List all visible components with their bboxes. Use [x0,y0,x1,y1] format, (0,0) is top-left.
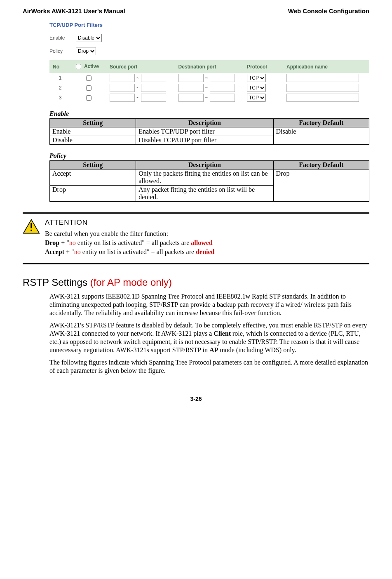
enable-settings-table: Setting Description Factory Default Enab… [49,118,369,145]
cell-default: Drop [273,169,369,202]
destination-port: ~ [175,93,244,103]
filter-row-no: 2 [49,83,71,93]
source-port-to-input[interactable] [141,74,166,82]
application-name-input[interactable] [286,84,359,92]
protocol-cell: TCP [244,83,283,93]
source-port-to-input[interactable] [141,94,166,102]
rstp-heading-red: (for AP mode only) [90,277,172,288]
cell-description: Only the packets fitting the entities on… [136,169,273,186]
filter-row-no: 3 [49,93,71,103]
tilde: ~ [205,95,208,101]
cell-setting: Drop [50,186,136,202]
source-port-from-input[interactable] [110,74,135,82]
tilde: ~ [136,85,139,91]
destination-port-to-input[interactable] [210,84,235,92]
protocol-select[interactable]: TCP [247,84,266,92]
active-checkbox[interactable] [86,75,92,81]
rstp-paragraph-1: AWK-3121 supports IEEE802.1D Spanning Tr… [49,292,369,317]
rstp-heading: RSTP Settings (for AP mode only) [23,277,369,288]
table-row: Enable Enables TCP/UDP port filter Disab… [50,127,369,136]
source-port: ~ [106,73,175,83]
rstp-p2-client: Client [214,330,231,337]
col-protocol: Protocol [244,60,283,73]
attention-box: ATTENTION Be careful when you enable the… [23,212,369,264]
rstp-heading-black: RSTP Settings [23,277,90,288]
app-name-cell [283,73,369,83]
port-filter-table: No Active Source port Destination port P… [49,60,369,103]
destination-port: ~ [175,73,244,83]
active-checkbox[interactable] [86,95,92,101]
svg-rect-1 [31,223,32,228]
attention-line-drop: Drop + "no entity on list is activated" … [45,239,214,247]
attention-line-accept: Accept + "no entity on list is activated… [45,248,214,256]
enable-label: Enable [49,35,70,41]
cell-description: Enables TCP/UDP port filter [136,127,273,136]
protocol-select[interactable]: TCP [247,74,266,82]
attention-plus2: + " [64,248,74,255]
attention-no-red2: no [74,248,81,255]
source-port-to-input[interactable] [141,84,166,92]
page-number: 3-26 [23,395,369,402]
attention-plus: + " [59,239,69,246]
filter-row: 1~~TCP [49,73,369,83]
active-master-checkbox[interactable] [76,64,81,69]
filter-row-no: 1 [49,73,71,83]
tilde: ~ [205,75,208,81]
destination-port-to-input[interactable] [210,94,235,102]
tilde: ~ [205,85,208,91]
cell-description: Any packet fitting the entities on list … [136,186,273,202]
enable-th-setting: Setting [50,119,136,127]
attention-title: ATTENTION [45,219,214,227]
attention-drop-rest: entity on list is activated" = all packe… [76,239,191,246]
rstp-p2-ap: AP [209,346,218,353]
rstp-paragraph-3: The following figures indicate which Spa… [49,358,369,375]
filter-row: 3~~TCP [49,93,369,103]
filter-row-active-cell [71,73,106,83]
tilde: ~ [136,95,139,101]
policy-th-description: Description [136,161,273,169]
protocol-select[interactable]: TCP [247,94,266,102]
col-active: Active [71,60,106,73]
col-app-name: Application name [283,60,369,73]
policy-settings-table: Setting Description Factory Default Acce… [49,160,369,202]
application-name-input[interactable] [286,74,359,82]
destination-port-from-input[interactable] [178,84,204,92]
destination-port-from-input[interactable] [178,94,204,102]
enable-select[interactable]: Disable [76,34,102,42]
filter-panel-title: TCP/UDP Port Filters [49,22,369,28]
rstp-paragraph-2: AWK-3121's STP/RSTP feature is disabled … [49,321,369,354]
tilde: ~ [136,75,139,81]
policy-th-default: Factory Default [273,161,369,169]
col-active-label: Active [84,64,99,69]
destination-port: ~ [175,83,244,93]
warning-icon [23,219,40,257]
cell-setting: Enable [50,127,136,136]
attention-no-red: no [69,239,76,246]
source-port: ~ [106,83,175,93]
policy-th-setting: Setting [50,161,136,169]
policy-label: Policy [49,48,70,54]
source-port-from-input[interactable] [110,94,135,102]
enable-th-default: Factory Default [273,119,369,127]
attention-allowed: allowed [191,239,212,246]
cell-default: Disable [273,127,369,145]
policy-select[interactable]: Drop [76,47,96,55]
col-source-port: Source port [106,60,175,73]
policy-table-caption: Policy [49,152,369,160]
filter-row: 2~~TCP [49,83,369,93]
attention-line-1: Be careful when you enable the filter fu… [45,230,214,238]
destination-port-from-input[interactable] [178,74,204,82]
col-no: No [49,60,71,73]
source-port-from-input[interactable] [110,84,135,92]
application-name-input[interactable] [286,94,359,102]
enable-table-caption: Enable [49,110,369,118]
filter-row-active-cell [71,93,106,103]
rstp-p2-c: mode (including WDS) only. [218,346,296,353]
attention-accept-bold: Accept [45,248,64,255]
filter-row-active-cell [71,83,106,93]
cell-setting: Disable [50,136,136,145]
destination-port-to-input[interactable] [210,74,235,82]
active-checkbox[interactable] [86,85,92,91]
svg-rect-2 [31,230,32,231]
cell-setting: Accept [50,169,136,186]
